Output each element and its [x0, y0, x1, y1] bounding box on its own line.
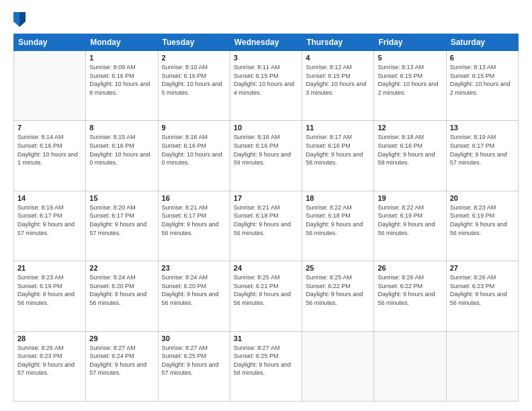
- day-number: 5: [378, 54, 442, 62]
- day-number: 23: [162, 264, 226, 272]
- day-number: 12: [378, 124, 442, 132]
- day-number: 27: [450, 264, 515, 272]
- day-header-monday: Monday: [86, 34, 158, 51]
- calendar-cell: 1Sunrise: 8:09 AMSunset: 6:16 PMDaylight…: [86, 51, 158, 121]
- day-number: 4: [306, 54, 370, 62]
- day-number: 6: [450, 54, 515, 62]
- day-number: 21: [17, 264, 82, 272]
- cell-info: Sunrise: 8:26 AMSunset: 6:23 PMDaylight:…: [450, 273, 515, 307]
- calendar-cell: 7Sunrise: 8:14 AMSunset: 6:16 PMDaylight…: [14, 121, 86, 191]
- day-header-thursday: Thursday: [302, 34, 374, 51]
- cell-info: Sunrise: 8:21 AMSunset: 6:18 PMDaylight:…: [234, 203, 298, 237]
- day-number: 14: [17, 194, 82, 202]
- cell-info: Sunrise: 8:26 AMSunset: 6:22 PMDaylight:…: [378, 273, 442, 307]
- day-number: 10: [234, 124, 298, 132]
- calendar-cell: 23Sunrise: 8:24 AMSunset: 6:20 PMDayligh…: [158, 261, 230, 331]
- cell-info: Sunrise: 8:27 AMSunset: 6:25 PMDaylight:…: [234, 344, 298, 377]
- calendar-cell: [446, 331, 518, 401]
- day-number: 22: [89, 264, 154, 272]
- calendar-cell: 6Sunrise: 8:13 AMSunset: 6:15 PMDaylight…: [446, 51, 518, 121]
- calendar-cell: 30Sunrise: 8:27 AMSunset: 6:25 PMDayligh…: [158, 331, 230, 401]
- cell-info: Sunrise: 8:15 AMSunset: 6:16 PMDaylight:…: [89, 133, 154, 167]
- cell-info: Sunrise: 8:23 AMSunset: 6:19 PMDaylight:…: [17, 273, 82, 307]
- page: SundayMondayTuesdayWednesdayThursdayFrid…: [0, 0, 532, 411]
- cell-info: Sunrise: 8:12 AMSunset: 6:15 PMDaylight:…: [306, 63, 370, 97]
- cell-info: Sunrise: 8:26 AMSunset: 6:23 PMDaylight:…: [17, 344, 82, 377]
- cell-info: Sunrise: 8:27 AMSunset: 6:25 PMDaylight:…: [162, 344, 226, 377]
- calendar-cell: [14, 51, 86, 121]
- day-number: 1: [89, 54, 154, 62]
- cell-info: Sunrise: 8:22 AMSunset: 6:19 PMDaylight:…: [378, 203, 442, 237]
- cell-info: Sunrise: 8:13 AMSunset: 6:15 PMDaylight:…: [450, 63, 515, 97]
- day-number: 9: [162, 124, 226, 132]
- calendar-cell: 11Sunrise: 8:17 AMSunset: 6:16 PMDayligh…: [302, 121, 374, 191]
- calendar-cell: 2Sunrise: 8:10 AMSunset: 6:16 PMDaylight…: [158, 51, 230, 121]
- calendar-cell: 9Sunrise: 8:16 AMSunset: 6:16 PMDaylight…: [158, 121, 230, 191]
- calendar-cell: 24Sunrise: 8:25 AMSunset: 6:21 PMDayligh…: [230, 261, 302, 331]
- cell-info: Sunrise: 8:24 AMSunset: 6:20 PMDaylight:…: [89, 273, 154, 307]
- day-number: 30: [162, 334, 226, 342]
- calendar-cell: 3Sunrise: 8:11 AMSunset: 6:15 PMDaylight…: [230, 51, 302, 121]
- calendar-week-4: 28Sunrise: 8:26 AMSunset: 6:23 PMDayligh…: [14, 331, 519, 401]
- cell-info: Sunrise: 8:19 AMSunset: 6:17 PMDaylight:…: [17, 203, 82, 237]
- calendar-cell: 17Sunrise: 8:21 AMSunset: 6:18 PMDayligh…: [230, 191, 302, 261]
- day-number: 26: [378, 264, 442, 272]
- calendar-cell: 26Sunrise: 8:26 AMSunset: 6:22 PMDayligh…: [374, 261, 446, 331]
- day-number: 15: [89, 194, 154, 202]
- day-number: 28: [17, 334, 82, 342]
- calendar-cell: 8Sunrise: 8:15 AMSunset: 6:16 PMDaylight…: [86, 121, 158, 191]
- cell-info: Sunrise: 8:16 AMSunset: 6:16 PMDaylight:…: [234, 133, 298, 167]
- day-number: 7: [17, 124, 82, 132]
- cell-info: Sunrise: 8:19 AMSunset: 6:17 PMDaylight:…: [450, 133, 515, 167]
- day-number: 24: [234, 264, 298, 272]
- calendar-cell: 28Sunrise: 8:26 AMSunset: 6:23 PMDayligh…: [14, 331, 86, 401]
- logo-icon: [13, 12, 26, 27]
- calendar-cell: 18Sunrise: 8:22 AMSunset: 6:18 PMDayligh…: [302, 191, 374, 261]
- header: [13, 12, 519, 27]
- calendar-cell: 21Sunrise: 8:23 AMSunset: 6:19 PMDayligh…: [14, 261, 86, 331]
- cell-info: Sunrise: 8:13 AMSunset: 6:15 PMDaylight:…: [378, 63, 442, 97]
- day-number: 25: [306, 264, 370, 272]
- calendar-cell: 14Sunrise: 8:19 AMSunset: 6:17 PMDayligh…: [14, 191, 86, 261]
- cell-info: Sunrise: 8:18 AMSunset: 6:16 PMDaylight:…: [378, 133, 442, 167]
- cell-info: Sunrise: 8:14 AMSunset: 6:16 PMDaylight:…: [17, 133, 82, 167]
- day-number: 3: [234, 54, 298, 62]
- calendar-cell: 25Sunrise: 8:25 AMSunset: 6:22 PMDayligh…: [302, 261, 374, 331]
- calendar-cell: [374, 331, 446, 401]
- day-header-wednesday: Wednesday: [230, 34, 302, 51]
- cell-info: Sunrise: 8:17 AMSunset: 6:16 PMDaylight:…: [306, 133, 370, 167]
- day-header-friday: Friday: [374, 34, 446, 51]
- calendar-table: SundayMondayTuesdayWednesdayThursdayFrid…: [13, 34, 519, 402]
- day-number: 17: [234, 194, 298, 202]
- svg-marker-1: [19, 12, 26, 27]
- calendar-week-0: 1Sunrise: 8:09 AMSunset: 6:16 PMDaylight…: [14, 51, 519, 121]
- day-number: 31: [234, 334, 298, 342]
- calendar-cell: [302, 331, 374, 401]
- cell-info: Sunrise: 8:25 AMSunset: 6:21 PMDaylight:…: [234, 273, 298, 307]
- calendar-week-2: 14Sunrise: 8:19 AMSunset: 6:17 PMDayligh…: [14, 191, 519, 261]
- cell-info: Sunrise: 8:20 AMSunset: 6:17 PMDaylight:…: [89, 203, 154, 237]
- logo: [13, 12, 28, 27]
- day-number: 2: [162, 54, 226, 62]
- calendar-cell: 15Sunrise: 8:20 AMSunset: 6:17 PMDayligh…: [86, 191, 158, 261]
- calendar-cell: 16Sunrise: 8:21 AMSunset: 6:17 PMDayligh…: [158, 191, 230, 261]
- day-number: 8: [89, 124, 154, 132]
- calendar-cell: 4Sunrise: 8:12 AMSunset: 6:15 PMDaylight…: [302, 51, 374, 121]
- calendar-cell: 29Sunrise: 8:27 AMSunset: 6:24 PMDayligh…: [86, 331, 158, 401]
- day-header-saturday: Saturday: [446, 34, 518, 51]
- cell-info: Sunrise: 8:10 AMSunset: 6:16 PMDaylight:…: [162, 63, 226, 97]
- cell-info: Sunrise: 8:11 AMSunset: 6:15 PMDaylight:…: [234, 63, 298, 97]
- cell-info: Sunrise: 8:22 AMSunset: 6:18 PMDaylight:…: [306, 203, 370, 237]
- cell-info: Sunrise: 8:16 AMSunset: 6:16 PMDaylight:…: [162, 133, 226, 167]
- calendar-cell: 27Sunrise: 8:26 AMSunset: 6:23 PMDayligh…: [446, 261, 518, 331]
- calendar-cell: 13Sunrise: 8:19 AMSunset: 6:17 PMDayligh…: [446, 121, 518, 191]
- day-header-tuesday: Tuesday: [158, 34, 230, 51]
- cell-info: Sunrise: 8:21 AMSunset: 6:17 PMDaylight:…: [162, 203, 226, 237]
- calendar-header-row: SundayMondayTuesdayWednesdayThursdayFrid…: [14, 34, 519, 51]
- day-number: 29: [89, 334, 154, 342]
- calendar-cell: 5Sunrise: 8:13 AMSunset: 6:15 PMDaylight…: [374, 51, 446, 121]
- calendar-week-1: 7Sunrise: 8:14 AMSunset: 6:16 PMDaylight…: [14, 121, 519, 191]
- cell-info: Sunrise: 8:23 AMSunset: 6:19 PMDaylight:…: [450, 203, 515, 237]
- calendar-cell: 19Sunrise: 8:22 AMSunset: 6:19 PMDayligh…: [374, 191, 446, 261]
- cell-info: Sunrise: 8:25 AMSunset: 6:22 PMDaylight:…: [306, 273, 370, 307]
